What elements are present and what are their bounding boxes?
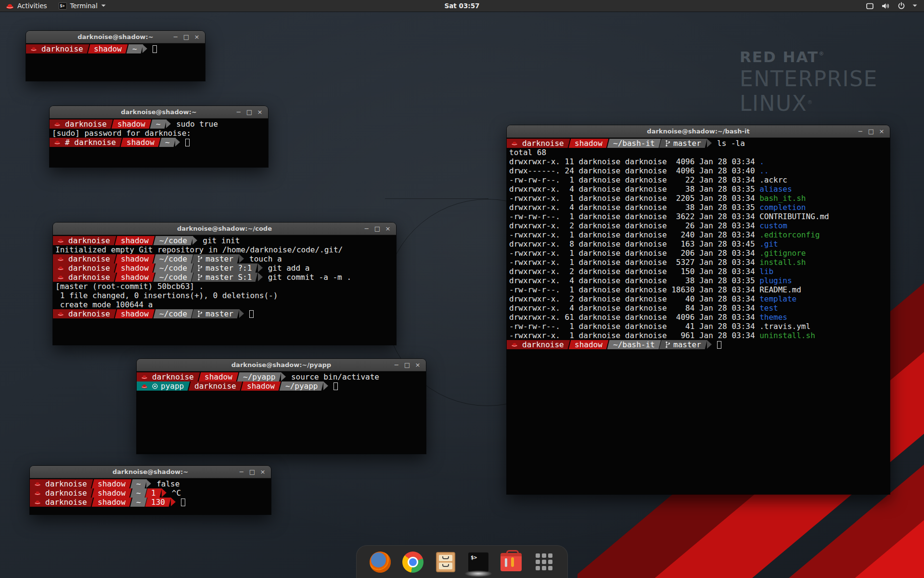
prompt-segment-path: ~ — [130, 498, 146, 507]
terminal-body[interactable]: darknoiseshadow~/bash-it masterls -latot… — [507, 138, 890, 494]
prompt-segment-host: shadow — [115, 254, 154, 263]
file-name: uninstall.sh — [759, 331, 815, 340]
minimize-button[interactable]: − — [361, 223, 372, 235]
prompt-segment-git: master ?:1 — [192, 263, 258, 273]
redhat-fedora-icon — [54, 140, 61, 145]
git-branch-icon — [197, 255, 203, 263]
prompt-segment-path: ~/code — [153, 254, 193, 263]
terminal-line: darknoiseshadow~/bash-it masterls -la — [507, 139, 890, 148]
file-name: test — [759, 303, 778, 313]
output-text: create mode 100644 a — [53, 300, 153, 309]
command-text: ^C — [172, 488, 181, 498]
terminal-body[interactable]: darknoiseshadow~/pyappsource bin/activat… — [137, 371, 426, 454]
redhat-fedora-icon — [57, 265, 64, 271]
window-titlebar[interactable]: darknoise@shadow:~/bash-it − □ × — [507, 125, 890, 138]
watermark-brand: RED HAT — [740, 48, 819, 66]
window-titlebar[interactable]: darknoise@shadow:~/pyapp − □ × — [137, 359, 426, 371]
git-branch-icon — [197, 310, 203, 317]
terminal-window: darknoise@shadow:~ − □ × darknoiseshadow… — [50, 106, 268, 167]
prompt-segment-user: darknoise — [53, 263, 116, 273]
close-button[interactable]: × — [192, 31, 202, 43]
redhat-fedora-icon — [141, 374, 148, 380]
maximize-button[interactable]: □ — [247, 466, 257, 478]
dock-item-files[interactable] — [435, 551, 457, 573]
clock[interactable]: Sat 03:57 — [445, 2, 480, 10]
minimize-button[interactable]: − — [391, 359, 402, 371]
minimize-button[interactable]: − — [170, 31, 181, 43]
terminal-cursor — [153, 45, 157, 53]
terminal-line: -rw-rw-r--. 1 darknoise darknoise 3622 J… — [507, 212, 890, 221]
maximize-button[interactable]: □ — [866, 125, 876, 138]
terminal-line: -rwxrwxr-x. 1 darknoise darknoise 206 Ja… — [507, 249, 890, 258]
close-button[interactable]: × — [257, 466, 268, 478]
output-text: drwxrwxr-x. 4 darknoise darknoise 38 Jan… — [507, 276, 759, 285]
command-text: sudo true — [176, 119, 218, 129]
output-text: -rw-rw-r--. 1 darknoise darknoise 3622 J… — [507, 212, 759, 221]
terminal-window: darknoise@shadow:~/code − □ × darknoises… — [53, 223, 396, 345]
terminal-cursor — [181, 499, 185, 506]
prompt-segment-path: ~/pyapp — [279, 381, 323, 391]
terminal-line: -rwxrwxr-x. 1 darknoise darknoise 2205 J… — [507, 194, 890, 203]
terminal-line: darknoiseshadow~sudo true — [50, 119, 268, 129]
system-status-area[interactable] — [866, 0, 924, 12]
terminal-line: -rwxrwxr-x. 1 darknoise darknoise 5327 J… — [507, 258, 890, 267]
terminal-body[interactable]: darknoiseshadow~/codegit initInitialized… — [53, 235, 396, 345]
minimize-button[interactable]: − — [233, 106, 244, 118]
dock-item-terminal[interactable]: $> — [467, 551, 489, 573]
window-titlebar[interactable]: darknoise@shadow:~ − □ × — [50, 106, 268, 118]
terminal-body[interactable]: darknoiseshadow~sudo true[sudo] password… — [50, 118, 268, 167]
terminal-line: drwxrwxr-x. 61 darknoise darknoise 4096 … — [507, 313, 890, 322]
output-text: -rwxrwxr-x. 1 darknoise darknoise 2205 J… — [507, 194, 759, 203]
minimize-button[interactable]: − — [236, 466, 247, 478]
terminal-menu-button[interactable]: $> Terminal — [53, 0, 112, 12]
close-button[interactable]: × — [876, 125, 887, 138]
maximize-button[interactable]: □ — [181, 31, 192, 43]
prompt-arrow-icon — [162, 488, 167, 497]
dock-item-app-grid[interactable] — [533, 551, 555, 573]
terminal-line: darknoiseshadow~/code mastertouch a — [53, 254, 396, 263]
file-name: custom — [759, 221, 787, 230]
activities-button[interactable]: Activities — [0, 0, 53, 12]
close-button[interactable]: × — [383, 223, 393, 235]
chevron-down-icon — [101, 4, 106, 7]
window-titlebar[interactable]: darknoise@shadow:~ − □ × — [30, 466, 271, 478]
window-titlebar[interactable]: darknoise@shadow:~ − □ × — [26, 31, 205, 43]
file-name: .ackrc — [759, 175, 787, 184]
app-grid-icon — [534, 552, 553, 572]
terminal-body[interactable]: darknoiseshadow~false darknoiseshadow~1^… — [30, 478, 271, 514]
dock-item-toolbox[interactable] — [500, 551, 522, 573]
file-name: install.sh — [759, 258, 806, 267]
files-icon — [436, 552, 455, 572]
firefox-icon — [370, 552, 391, 573]
output-text: drwxrwxr-x. 11 darknoise darknoise 4096 … — [507, 157, 759, 166]
terminal-body[interactable]: darknoiseshadow~ — [26, 43, 205, 81]
terminal-line: darknoiseshadow~/codegit init — [53, 236, 396, 245]
maximize-button[interactable]: □ — [372, 223, 383, 235]
prompt-segment-host: shadow — [115, 263, 154, 273]
maximize-button[interactable]: □ — [244, 106, 255, 118]
terminal-line: -rw-rw-r--. 1 darknoise darknoise 41 Jan… — [507, 322, 890, 331]
close-button[interactable]: × — [255, 106, 265, 118]
prompt-segment-host: shadow — [91, 479, 131, 488]
prompt-segment-path: ~/code — [153, 273, 193, 282]
prompt-segment-git: master — [659, 139, 707, 148]
prompt-segment-git: master — [659, 340, 707, 349]
minimize-button[interactable]: − — [855, 125, 866, 138]
output-text: drwxrwxr-x. 8 darknoise darknoise 163 Ja… — [507, 239, 759, 249]
output-text: -rwxrwxr-x. 1 darknoise darknoise 961 Ja… — [507, 331, 759, 340]
dock-item-firefox[interactable] — [369, 551, 391, 573]
prompt-segment-user: # darknoise — [50, 138, 122, 147]
terminal-cursor — [334, 382, 338, 390]
focused-app-label: Terminal — [70, 2, 98, 10]
prompt-segment-path: ~ — [130, 488, 146, 498]
prompt-segment-git: master — [192, 254, 240, 263]
redhat-fedora-icon — [34, 499, 41, 505]
wallpaper-line — [385, 198, 488, 199]
dock-item-chrome[interactable] — [402, 551, 424, 573]
prompt-segment-host: shadow — [568, 139, 608, 148]
close-button[interactable]: × — [412, 359, 423, 371]
window-titlebar[interactable]: darknoise@shadow:~/code − □ × — [53, 223, 396, 235]
terminal-line: darknoiseshadow~/code master S:1git comm… — [53, 273, 396, 282]
maximize-button[interactable]: □ — [402, 359, 412, 371]
file-name: .travis.yml — [759, 322, 810, 331]
